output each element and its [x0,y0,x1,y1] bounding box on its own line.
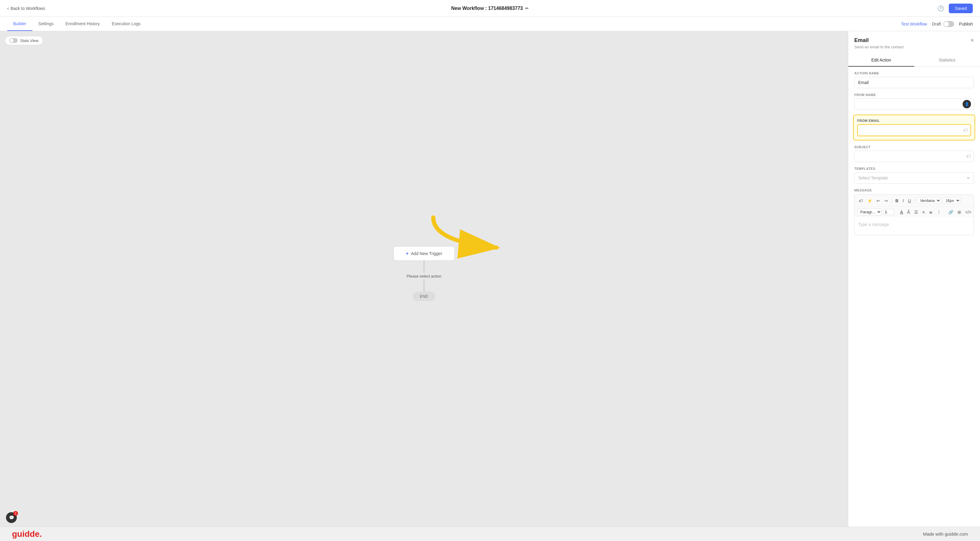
panel-title: Email [854,37,904,43]
toolbar-sep-1 [891,198,892,204]
link-btn[interactable]: 🔗 [947,209,955,215]
templates-select[interactable]: Select Template [854,172,974,184]
subject-group: SUBJECT 🏷 [854,145,974,162]
embed-btn[interactable]: ⊞ [956,209,962,215]
end-node: END [413,291,435,301]
action-name-group: ACTION NAME [854,72,974,88]
highlight-btn[interactable]: Ã [906,209,911,215]
stats-toggle-label: Stats View [20,38,38,43]
draft-label: Draft [932,22,941,26]
tab-settings[interactable]: Settings [32,17,60,31]
tabs-bar: Builder Settings Enrollment History Exec… [0,17,980,31]
ordered-list-btn[interactable]: ≡ [921,209,926,215]
underline-toolbar-btn[interactable]: U [907,198,912,204]
message-placeholder: Type a message [858,222,889,227]
panel-header: Email Send an email to the contact × [848,31,980,49]
from-name-label: FROM NAME [854,93,974,97]
back-label: Back to Workflows [11,6,45,11]
history-icon[interactable]: 🕐 [937,5,944,12]
stats-mini-toggle [9,38,18,43]
page-title-container: New Workflow : 1714684983773 ✏ [451,6,529,11]
publish-button[interactable]: Publish [959,22,973,26]
panel-tab-edit-action[interactable]: Edit Action [848,54,914,67]
select-action-label: Please select action [407,272,441,279]
tag-toolbar-btn[interactable]: 🏷 [858,198,864,204]
from-name-group: FROM NAME 👤 [854,93,974,110]
tab-enrollment-history[interactable]: Enrollment History [59,17,106,31]
panel-form: ACTION NAME FROM NAME 👤 FROM EMAIL 🏷 [848,67,980,188]
list-number-input[interactable] [883,209,894,215]
panel-close-button[interactable]: × [970,37,974,43]
paragraph-select[interactable]: Paragr... [858,208,881,215]
top-nav: ‹ Back to Workflows New Workflow : 17146… [0,0,980,17]
from-email-input[interactable] [857,124,971,136]
panel-tab-statistics[interactable]: Statistics [914,54,980,67]
from-name-input-wrapper: 👤 [854,99,974,110]
nav-right: 🕐 Saved [937,3,973,13]
italic-toolbar-btn[interactable]: I [901,198,905,204]
font-size-select[interactable]: 16px [943,197,961,204]
bullet-list-btn[interactable]: ☰ [913,209,920,215]
plus-icon: + [406,251,408,256]
tabs-right-actions: Test Workflow Draft Publish [901,21,973,27]
message-label: MESSAGE [854,188,974,192]
message-section: MESSAGE 🏷 ⚡ ↩ ↪ B I U Verdana 16px [848,188,980,240]
add-trigger-label: Add New Trigger [411,251,442,256]
saved-button[interactable]: Saved [949,3,973,13]
templates-label: TEMPLATES [854,167,974,170]
edit-icon[interactable]: ✏ [525,6,529,11]
back-button[interactable]: ‹ Back to Workflows [7,6,45,11]
editor-toolbar-row2: Paragr... A Ã ☰ ≡ ≣ ⋮ 🔗 ⊞ </> [854,207,974,217]
from-email-input-wrapper: 🏷 [857,124,971,136]
align-btn[interactable]: ≣ [928,209,934,215]
footer: guidde. Made with guidde.com [0,527,980,541]
stats-toggle-knob [10,39,13,42]
tab-execution-logs[interactable]: Execution Logs [106,17,147,31]
avatar-icon: 👤 [963,100,971,108]
panel-tabs: Edit Action Statistics [848,54,980,67]
workflow-nodes-container: + Add New Trigger Please select action E… [393,246,455,301]
font-color-btn[interactable]: A [899,209,904,215]
subject-tag-icon: 🏷 [966,154,971,159]
undo-toolbar-btn[interactable]: ↩ [875,198,881,204]
main-tabs: Builder Settings Enrollment History Exec… [7,17,146,30]
action-name-input[interactable] [854,77,974,88]
editor-toolbar-row1: 🏷 ⚡ ↩ ↪ B I U Verdana 16px [854,194,974,207]
workflow-title: New Workflow : 1714684983773 [451,6,523,11]
guidde-logo: guidde. [12,529,42,539]
made-with-text: Made with guidde.com [923,531,968,536]
add-trigger-button[interactable]: + Add New Trigger [393,246,455,261]
font-family-select[interactable]: Verdana [917,197,941,204]
templates-group: TEMPLATES Select Template [854,167,974,184]
right-panel: Email Send an email to the contact × Edi… [848,31,980,527]
subject-label: SUBJECT [854,145,974,149]
toolbar-sep-2 [915,198,915,204]
bold-toolbar-btn[interactable]: B [894,198,900,204]
redo-toolbar-btn[interactable]: ↪ [883,198,889,204]
subject-input[interactable] [854,151,974,162]
subject-input-wrapper: 🏷 [854,151,974,162]
from-email-group: FROM EMAIL 🏷 [853,115,975,140]
notification-badge[interactable]: 💬 5 [6,512,17,523]
code-btn[interactable]: </> [964,209,972,215]
action-name-label: ACTION NAME [854,72,974,75]
connector-line-1 [424,261,424,272]
tag-icon: 🏷 [963,127,968,133]
from-name-input[interactable] [854,99,974,110]
lightning-toolbar-btn[interactable]: ⚡ [866,198,873,204]
tab-builder[interactable]: Builder [7,17,32,31]
stats-view-toggle[interactable]: Stats View [5,36,43,45]
notification-count: 5 [13,511,18,516]
panel-subtitle: Send an email to the contact [854,45,904,49]
message-editor-body[interactable]: Type a message [854,217,974,235]
draft-toggle-container: Draft [932,21,954,27]
main-content: Stats View + Add New Trigger Please sele… [0,31,980,527]
more-options-btn[interactable]: ⋮ [935,209,942,215]
panel-title-section: Email Send an email to the contact [854,37,904,49]
workflow-canvas[interactable]: Stats View + Add New Trigger Please sele… [0,31,848,527]
connector-line-2 [424,279,424,291]
test-workflow-button[interactable]: Test Workflow [901,22,927,26]
back-arrow-icon: ‹ [7,6,9,11]
toggle-knob [944,22,949,26]
draft-toggle-switch[interactable] [943,21,954,27]
